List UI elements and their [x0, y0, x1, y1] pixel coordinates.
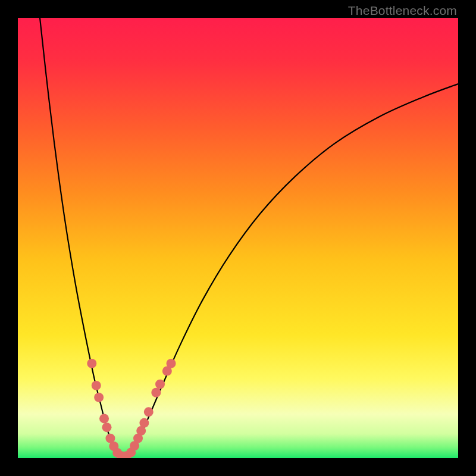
data-marker	[87, 359, 96, 368]
curves-layer	[18, 18, 458, 458]
data-marker	[99, 414, 109, 423]
data-marker	[139, 418, 149, 428]
data-marker	[167, 359, 176, 368]
data-marker	[151, 388, 161, 397]
curve-right-curve	[128, 84, 458, 456]
plot-area	[18, 18, 458, 458]
watermark-text: TheBottleneck.com	[348, 4, 457, 18]
data-marker	[102, 422, 111, 432]
data-marker	[94, 393, 104, 402]
outer-frame: TheBottleneck.com	[0, 0, 476, 476]
curve-left-curve	[40, 18, 119, 456]
data-marker	[144, 407, 154, 416]
data-marker	[92, 381, 101, 390]
data-marker	[155, 380, 165, 389]
